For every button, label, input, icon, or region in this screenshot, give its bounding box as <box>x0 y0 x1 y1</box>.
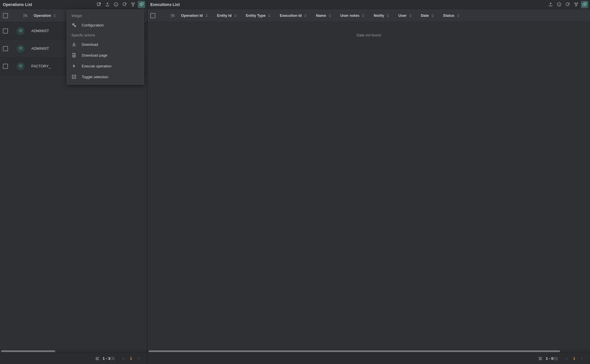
dropdown-item-label: Execute operation <box>82 64 112 68</box>
dropdown-item-execute[interactable]: Execute operation <box>67 61 144 71</box>
column-label: User notes <box>340 13 359 18</box>
upload-icon[interactable] <box>547 1 554 8</box>
bolt-icon <box>71 63 77 69</box>
next-page-button[interactable] <box>578 355 585 362</box>
sort-icon <box>431 14 435 18</box>
stack-icon <box>17 45 24 53</box>
svg-point-4 <box>25 15 27 16</box>
operations-toolbar <box>95 1 145 8</box>
filter-icon[interactable] <box>129 1 137 8</box>
operations-header: Operations List <box>0 0 147 9</box>
h-scrollbar-thumb[interactable] <box>149 350 560 352</box>
svg-point-6 <box>73 24 74 25</box>
row-checkbox[interactable] <box>3 46 8 51</box>
sort-icon <box>303 14 307 18</box>
executions-header: Executions List <box>147 0 590 9</box>
list-icon <box>95 356 100 361</box>
range-label: 1 - 0 <box>546 356 553 361</box>
row-name: FACTORY_ <box>31 64 51 68</box>
prev-page-button[interactable] <box>120 355 127 362</box>
column-entity-type[interactable]: Entity Type <box>246 13 280 18</box>
executions-table-body: Data not found <box>147 22 590 350</box>
executions-title: Executions List <box>150 2 547 7</box>
gear-icon <box>71 22 77 28</box>
sort-icon <box>205 14 209 18</box>
column-user[interactable]: User <box>398 13 421 18</box>
refresh-icon[interactable] <box>564 1 571 8</box>
column-label: Status <box>443 13 455 18</box>
sort-icon <box>386 14 390 18</box>
search-column-icon[interactable] <box>164 13 181 18</box>
executions-footer: 1 - 0 (0) 1 <box>147 353 590 364</box>
column-entity-id[interactable]: Entity Id <box>217 13 246 18</box>
executions-panel: Executions List Operation Id Entity Id E… <box>147 0 590 364</box>
column-operation-id[interactable]: Operation Id <box>181 13 217 18</box>
column-label: Name <box>316 13 326 18</box>
svg-rect-9 <box>72 75 76 78</box>
column-label: Operation Id <box>181 13 203 18</box>
upload-icon[interactable] <box>104 1 111 8</box>
column-user-notes[interactable]: User notes <box>340 13 374 18</box>
dropdown-item-label: Configuration <box>82 23 104 27</box>
h-scrollbar[interactable] <box>0 350 147 353</box>
svg-rect-0 <box>97 3 100 6</box>
prev-page-button[interactable] <box>563 355 570 362</box>
dropdown-item-label: Toggle selection <box>82 75 108 79</box>
column-operation[interactable]: Operation <box>34 13 65 18</box>
row-checkbox[interactable] <box>3 28 8 34</box>
dropdown-item-download[interactable]: Download <box>67 39 144 50</box>
executions-table-head: Operation Id Entity Id Entity Type Execu… <box>147 9 590 22</box>
column-label: Notify <box>374 13 384 18</box>
select-all-checkbox[interactable] <box>150 13 155 18</box>
info-icon[interactable] <box>555 1 563 8</box>
column-notify[interactable]: Notify <box>374 13 398 18</box>
next-page-button[interactable] <box>135 355 142 362</box>
column-name[interactable]: Name <box>316 13 340 18</box>
operations-panel: Operations List Operation ADMINIST ADMIN… <box>0 0 147 364</box>
widget-menu-icon[interactable] <box>581 1 588 8</box>
search-column-icon[interactable] <box>17 13 34 18</box>
refresh-icon[interactable] <box>121 1 128 8</box>
column-label: Execution Id <box>280 13 302 18</box>
column-label: Entity Id <box>217 13 232 18</box>
svg-point-8 <box>75 26 75 26</box>
download-icon <box>71 42 77 47</box>
column-date[interactable]: Date <box>421 13 443 18</box>
list-icon <box>538 356 543 361</box>
sort-icon <box>456 14 460 18</box>
row-name: ADMINIST <box>31 29 49 33</box>
popout-icon[interactable] <box>95 1 102 8</box>
sort-icon <box>328 14 332 18</box>
filter-icon[interactable] <box>572 1 580 8</box>
column-execution-id[interactable]: Execution Id <box>280 13 316 18</box>
total-label: (3) <box>110 356 115 361</box>
column-operation-label: Operation <box>34 13 51 18</box>
sort-icon <box>267 14 271 18</box>
sort-icon <box>53 14 57 18</box>
h-scrollbar-thumb[interactable] <box>1 350 55 352</box>
sort-icon <box>408 14 412 18</box>
sort-icon <box>233 14 237 18</box>
empty-message: Data not found <box>147 22 590 48</box>
dropdown-item-download-page[interactable]: Download page <box>67 50 144 61</box>
dropdown-item-label: Download page <box>82 53 107 57</box>
column-status[interactable]: Status <box>443 13 469 18</box>
select-all-checkbox[interactable] <box>3 13 8 18</box>
h-scrollbar[interactable] <box>147 350 590 353</box>
column-label: Date <box>421 13 429 18</box>
dropdown-section-actions: Specific actions <box>67 30 144 39</box>
page-download-icon <box>71 53 77 58</box>
dropdown-item-toggle[interactable]: Toggle selection <box>67 71 144 82</box>
column-label: Entity Type <box>246 13 266 18</box>
dropdown-item-configuration[interactable]: Configuration <box>67 20 144 30</box>
sort-icon <box>361 14 365 18</box>
widget-menu-icon[interactable] <box>138 1 145 8</box>
widget-dropdown: Widget Configuration Specific actions Do… <box>67 10 144 85</box>
stack-icon <box>17 62 24 70</box>
column-label: User <box>398 13 407 18</box>
svg-point-13 <box>172 15 174 16</box>
row-checkbox[interactable] <box>3 64 8 69</box>
info-icon[interactable] <box>112 1 120 8</box>
executions-toolbar <box>547 1 588 8</box>
page-number: 1 <box>570 356 578 361</box>
